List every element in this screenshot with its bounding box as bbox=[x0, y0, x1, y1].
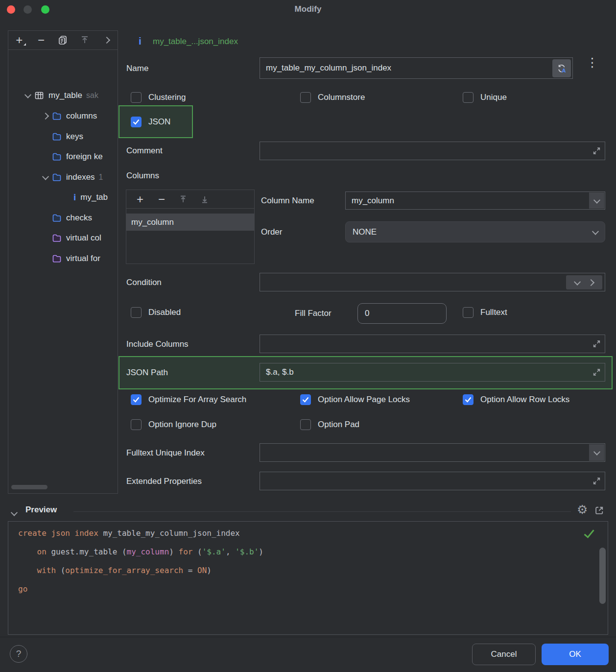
open-in-new-window-icon[interactable] bbox=[594, 505, 604, 515]
name-input[interactable]: my_table_my_column_json_index A bbox=[260, 57, 573, 79]
checkbox-fulltext[interactable]: Fulltext bbox=[463, 307, 507, 318]
code-line: go bbox=[18, 584, 27, 594]
chevron-down-icon[interactable] bbox=[22, 93, 34, 98]
folder-icon bbox=[52, 213, 62, 223]
column-name-combobox[interactable]: my_column bbox=[345, 192, 605, 210]
checkbox-box bbox=[131, 394, 142, 405]
expand-editor-icon[interactable] bbox=[592, 147, 601, 155]
object-tree-panel: + − my_table sak bbox=[8, 30, 118, 494]
chevron-down-icon bbox=[593, 227, 598, 237]
checkbox-allow-page-locks[interactable]: Option Allow Page Locks bbox=[300, 394, 410, 405]
tree-toolbar: + − bbox=[8, 31, 118, 50]
condition-label: Condition bbox=[126, 278, 162, 288]
checkbox-columnstore[interactable]: Columnstore bbox=[300, 92, 365, 103]
json-path-value: $.a, $.b bbox=[266, 367, 599, 377]
checkbox-disabled[interactable]: Disabled bbox=[131, 307, 181, 318]
fill-factor-input[interactable]: 0 bbox=[357, 303, 447, 324]
remove-column-icon[interactable]: − bbox=[151, 191, 172, 208]
condition-input[interactable] bbox=[260, 273, 605, 291]
chevron-right-icon[interactable] bbox=[39, 114, 52, 119]
chevron-down-icon[interactable] bbox=[589, 192, 604, 209]
expand-tree-icon[interactable] bbox=[95, 32, 118, 48]
checkbox-box bbox=[300, 92, 311, 103]
json-path-label: JSON Path bbox=[126, 368, 168, 378]
duplicate-icon[interactable] bbox=[52, 32, 74, 48]
include-columns-input[interactable] bbox=[260, 335, 605, 353]
checkbox-label: Disabled bbox=[148, 308, 181, 317]
tree-item-label: keys bbox=[66, 132, 83, 142]
expand-editor-icon[interactable] bbox=[592, 477, 601, 485]
tree-item-label: columns bbox=[66, 111, 97, 121]
column-name-label: Column Name bbox=[261, 196, 314, 206]
checkbox-clustering[interactable]: Clustering bbox=[131, 92, 186, 103]
checkbox-ignore-dup[interactable]: Option Ignore Dup bbox=[131, 419, 216, 430]
checkbox-label: Option Allow Page Locks bbox=[318, 395, 410, 405]
chevron-right-icon[interactable] bbox=[589, 278, 593, 288]
checkbox-json[interactable]: JSON bbox=[131, 117, 170, 127]
extended-properties-input[interactable] bbox=[260, 472, 605, 490]
checkbox-box bbox=[131, 307, 142, 318]
remove-icon[interactable]: − bbox=[30, 32, 52, 48]
vertical-scrollbar[interactable] bbox=[599, 548, 606, 604]
kebab-menu-icon[interactable]: ⋮ bbox=[586, 59, 598, 66]
checkbox-label: Fulltext bbox=[480, 308, 507, 317]
name-value: my_table_my_column_json_index bbox=[266, 63, 567, 73]
checkbox-box bbox=[131, 117, 142, 127]
json-path-input[interactable]: $.a, $.b bbox=[260, 363, 605, 382]
chevron-down-icon[interactable] bbox=[589, 444, 604, 461]
help-icon[interactable]: ? bbox=[10, 645, 27, 663]
move-up-icon[interactable] bbox=[172, 191, 194, 208]
checkbox-option-pad[interactable]: Option Pad bbox=[300, 419, 359, 430]
comment-input[interactable] bbox=[260, 142, 605, 160]
fulltext-unique-index-label: Fulltext Unique Index bbox=[126, 448, 205, 458]
expand-editor-icon[interactable] bbox=[592, 368, 601, 377]
move-down-icon[interactable] bbox=[194, 191, 215, 208]
divider bbox=[73, 511, 571, 512]
preview-title: Preview bbox=[25, 505, 57, 515]
tree-item-label: foreign ke bbox=[66, 152, 103, 162]
object-header-title: my_table_...json_index bbox=[153, 37, 238, 47]
order-value: NONE bbox=[353, 227, 377, 237]
tree-item-label: virtual col bbox=[66, 233, 101, 243]
add-column-icon[interactable]: + bbox=[129, 191, 151, 208]
cancel-button[interactable]: Cancel bbox=[472, 644, 536, 665]
valid-check-icon bbox=[583, 528, 595, 539]
collapse-preview-icon[interactable] bbox=[12, 508, 17, 518]
checkbox-allow-row-locks[interactable]: Option Allow Row Locks bbox=[463, 394, 569, 405]
tree-item-label: indexes bbox=[66, 172, 95, 182]
tree-item-my-table[interactable]: my_table sak bbox=[9, 85, 130, 106]
checkbox-label: Clustering bbox=[148, 93, 186, 102]
chevron-down-icon[interactable] bbox=[575, 278, 580, 288]
checkbox-box bbox=[300, 394, 311, 405]
export-icon[interactable] bbox=[74, 32, 96, 48]
title-bar: Modify bbox=[0, 0, 616, 20]
horizontal-scrollbar[interactable] bbox=[11, 485, 47, 489]
checkbox-optimize-array-search[interactable]: Optimize For Array Search bbox=[131, 394, 246, 405]
chevron-down-icon[interactable] bbox=[39, 175, 52, 180]
folder-icon bbox=[52, 233, 62, 243]
condition-buttons[interactable] bbox=[566, 275, 602, 289]
checkbox-box bbox=[300, 419, 311, 430]
ok-button[interactable]: OK bbox=[542, 644, 609, 665]
checkbox-label: Optimize For Array Search bbox=[148, 395, 246, 405]
fill-factor-label: Fill Factor bbox=[295, 309, 332, 318]
checkbox-box bbox=[463, 92, 474, 103]
tree-item-label: my_tab bbox=[80, 192, 108, 202]
index-icon: i bbox=[73, 192, 76, 203]
checkbox-unique[interactable]: Unique bbox=[463, 92, 507, 103]
columns-list-item-selected[interactable]: my_column bbox=[126, 214, 254, 231]
dialog-footer: ? Cancel OK bbox=[0, 637, 616, 672]
order-combobox[interactable]: NONE bbox=[345, 221, 605, 242]
code-line: with (optimize_for_array_search = ON) bbox=[18, 566, 212, 575]
expand-editor-icon[interactable] bbox=[592, 340, 601, 348]
fulltext-unique-index-combobox[interactable] bbox=[260, 443, 605, 462]
sql-preview-editor[interactable]: create json index my_table_my_column_jso… bbox=[8, 521, 608, 635]
regenerate-name-icon[interactable]: A bbox=[552, 59, 571, 77]
gear-icon[interactable]: ⚙ bbox=[577, 503, 588, 517]
tree-item-label: my_table bbox=[48, 91, 82, 100]
folder-icon bbox=[52, 111, 62, 121]
checkbox-label: Option Ignore Dup bbox=[148, 420, 216, 430]
checkbox-label: Option Allow Row Locks bbox=[480, 395, 569, 405]
add-icon[interactable]: + bbox=[8, 32, 30, 48]
checkbox-label: JSON bbox=[148, 117, 170, 127]
